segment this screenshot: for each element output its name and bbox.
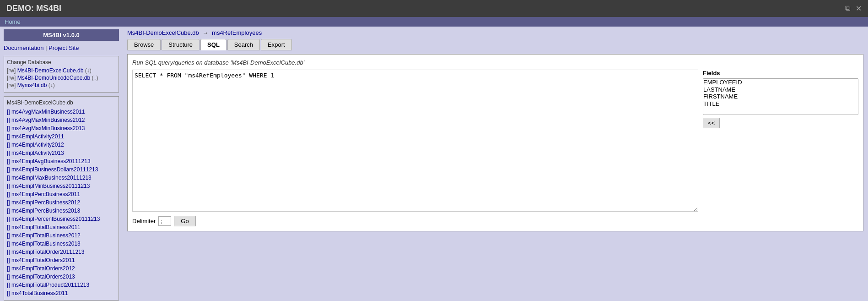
table-link[interactable]: [] ms4EmplTotalOrders2011: [7, 256, 116, 264]
table-link[interactable]: [] ms4AvgMaxMinBusiness2011: [7, 108, 116, 116]
change-db-group: Change Database [rw] Ms4BI-DemoExcelCube…: [4, 56, 119, 93]
table-link[interactable]: [] ms4EmplPercentBusiness20111213: [7, 215, 116, 223]
table-link[interactable]: [] ms4EmplPercBusiness2013: [7, 207, 116, 215]
table-link[interactable]: [] ms4EmplTotalProduct20111213: [7, 281, 116, 289]
home-link[interactable]: Home: [5, 18, 21, 25]
project-site-link[interactable]: Project Site: [49, 44, 79, 51]
table-link[interactable]: [] ms4EmplAvgBusiness20111213: [7, 157, 116, 165]
tab-export[interactable]: Export: [261, 39, 292, 50]
table-link[interactable]: [] ms4EmplTotalBusiness2012: [7, 231, 116, 240]
field-option[interactable]: TITLE: [703, 100, 858, 108]
tables-group: Ms4BI-DemoExcelCube.db [] ms4AvgMaxMinBu…: [4, 96, 119, 301]
table-link[interactable]: [] ms4EmplBusinessDollars20111213: [7, 165, 116, 174]
delimiter-label: Delimiter: [132, 218, 156, 224]
breadcrumb-table: ms4RefEmployees: [212, 29, 262, 36]
db-link[interactable]: Ms4BI-DemoExcelCube.db: [17, 67, 84, 74]
table-link[interactable]: [] ms4AvgMaxMinBusiness2013: [7, 124, 116, 132]
tab-browse[interactable]: Browse: [127, 39, 161, 50]
field-option[interactable]: LASTNAME: [703, 86, 858, 93]
change-db-label: Change Database: [7, 59, 116, 66]
delimiter-input[interactable]: [158, 216, 171, 226]
table-link[interactable]: [] ms4EmplMaxBusiness20111213: [7, 174, 116, 182]
sql-panel-title: Run SQL query/queries on database 'Ms4BI…: [132, 59, 858, 66]
content-area: Ms4BI-DemoExcelCube.db → ms4RefEmployees…: [123, 27, 868, 301]
db-link[interactable]: Ms4BI-DemoUnicodeCube.db: [17, 75, 90, 81]
main-layout: MS4BI v1.0.0 Documentation | Project Sit…: [0, 27, 868, 301]
db-list: [rw] Ms4BI-DemoExcelCube.db (↓)[rw] Ms4B…: [7, 67, 116, 88]
app-title: DEMO: MS4BI: [6, 4, 61, 13]
tab-sql[interactable]: SQL: [200, 39, 226, 50]
table-link[interactable]: [] ms4EmplTotalOrders2013: [7, 273, 116, 281]
sql-textarea-wrap: Delimiter Go: [132, 70, 698, 226]
field-option[interactable]: FIRSTNAME: [703, 93, 858, 100]
sql-textarea[interactable]: [132, 70, 698, 212]
table-link[interactable]: [] ms4EmplTotalOrders2012: [7, 264, 116, 273]
table-list: [] ms4AvgMaxMinBusiness2011[] ms4AvgMaxM…: [7, 108, 116, 297]
breadcrumb-db-link[interactable]: Ms4BI-DemoExcelCube.db: [127, 29, 199, 36]
table-link[interactable]: [] ms4AvgMaxMinBusiness2012: [7, 116, 116, 124]
home-bar: Home: [0, 17, 868, 27]
table-link[interactable]: [] ms4EmplTotalBusiness2013: [7, 240, 116, 248]
field-option[interactable]: EMPLOYEEID: [703, 79, 858, 86]
breadcrumb: Ms4BI-DemoExcelCube.db → ms4RefEmployees: [127, 29, 863, 36]
documentation-link[interactable]: Documentation: [4, 44, 43, 51]
go-button[interactable]: Go: [174, 216, 195, 226]
table-link[interactable]: [] ms4EmplTotalOrder20111213: [7, 248, 116, 256]
sidebar: MS4BI v1.0.0 Documentation | Project Sit…: [0, 27, 123, 301]
breadcrumb-arrow: →: [202, 29, 208, 36]
table-link[interactable]: [] ms4EmplPercBusiness2012: [7, 198, 116, 207]
sql-panel: Run SQL query/queries on database 'Ms4BI…: [127, 54, 863, 231]
header-icons: ⧉ ✕: [845, 4, 862, 13]
restore-icon[interactable]: ⧉: [845, 4, 850, 13]
fields-back-button[interactable]: <<: [703, 118, 720, 128]
close-icon[interactable]: ✕: [856, 4, 862, 13]
fields-panel: Fields EMPLOYEEIDLASTNAMEFIRSTNAMETITLE …: [703, 70, 858, 226]
db-entry: [rw] Ms4BI-DemoUnicodeCube.db (↓): [7, 75, 116, 81]
table-link[interactable]: [] ms4TotalBusiness2011: [7, 289, 116, 297]
sql-controls: Delimiter Go: [132, 216, 698, 226]
tab-search[interactable]: Search: [227, 39, 260, 50]
sidebar-links: Documentation | Project Site: [4, 44, 119, 51]
sql-body: Delimiter Go Fields EMPLOYEEIDLASTNAMEFI…: [132, 70, 858, 226]
db-link[interactable]: Myms4bi.db: [17, 82, 47, 88]
table-link[interactable]: [] ms4EmplTotalBusiness2011: [7, 223, 116, 231]
tab-structure[interactable]: Structure: [162, 39, 199, 50]
fields-label: Fields: [703, 70, 858, 77]
db-entry: [rw] Myms4bi.db (↓): [7, 82, 116, 88]
fields-select[interactable]: EMPLOYEEIDLASTNAMEFIRSTNAMETITLE: [703, 78, 858, 115]
table-link[interactable]: [] ms4EmplActivity2011: [7, 132, 116, 141]
table-link[interactable]: [] ms4EmplActivity2013: [7, 149, 116, 157]
tab-bar: BrowseStructureSQLSearchExport: [127, 39, 863, 50]
table-link[interactable]: [] ms4EmplMinBusiness20111213: [7, 182, 116, 190]
current-db-label: Ms4BI-DemoExcelCube.db: [7, 99, 116, 106]
table-link[interactable]: [] ms4EmplPercBusiness2011: [7, 190, 116, 198]
sidebar-title: MS4BI v1.0.0: [4, 29, 119, 41]
table-link[interactable]: [] ms4EmplActivity2012: [7, 141, 116, 149]
header: DEMO: MS4BI ⧉ ✕: [0, 0, 868, 17]
db-entry: [rw] Ms4BI-DemoExcelCube.db (↓): [7, 67, 116, 74]
